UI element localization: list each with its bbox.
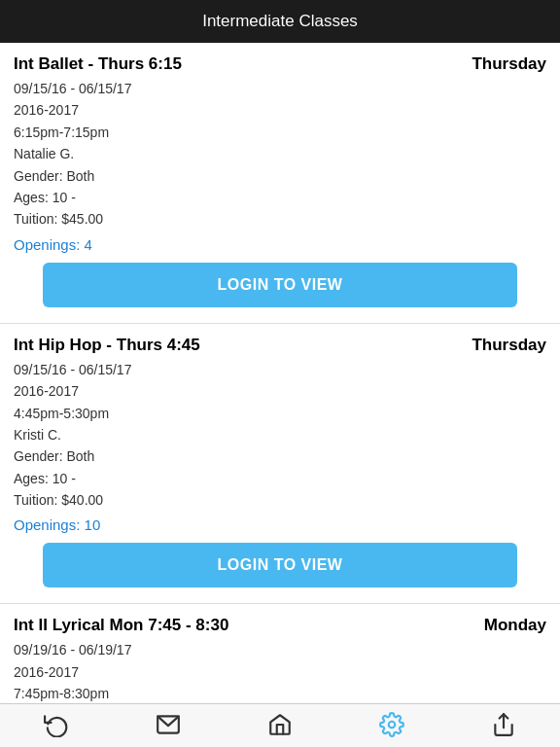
login-button-2[interactable]: LOGIN TO VIEW bbox=[43, 543, 517, 587]
class-info-1: 09/15/16 - 06/15/17 2016-2017 6:15pm-7:1… bbox=[14, 78, 546, 231]
mail-icon bbox=[156, 712, 181, 737]
class-tuition-1: Tuition: $45.00 bbox=[14, 208, 546, 230]
class-date-range-3: 09/19/16 - 06/19/17 bbox=[14, 639, 546, 660]
class-tuition-2: Tuition: $40.00 bbox=[14, 489, 546, 511]
class-title-2: Int Hip Hop - Thurs 4:45 bbox=[14, 336, 200, 355]
gear-icon bbox=[379, 712, 404, 737]
class-date-range-2: 09/15/16 - 06/15/17 bbox=[14, 359, 546, 380]
class-ages-1: Ages: 10 - bbox=[14, 187, 546, 208]
class-instructor-2: Kristi C. bbox=[14, 424, 546, 445]
class-card-2: Int Hip Hop - Thurs 4:45 Thursday 09/15/… bbox=[0, 324, 560, 605]
class-gender-2: Gender: Both bbox=[14, 445, 546, 467]
tab-bar bbox=[0, 703, 560, 747]
class-day-3: Monday bbox=[484, 616, 546, 635]
class-title-1: Int Ballet - Thurs 6:15 bbox=[14, 54, 182, 74]
class-openings-1: Openings: 4 bbox=[14, 236, 546, 253]
class-time-2: 4:45pm-5:30pm bbox=[14, 403, 546, 424]
class-ages-2: Ages: 10 - bbox=[14, 468, 546, 489]
content-scroll: Int Ballet - Thurs 6:15 Thursday 09/15/1… bbox=[0, 43, 560, 703]
class-year-1: 2016-2017 bbox=[14, 99, 546, 121]
class-year-2: 2016-2017 bbox=[14, 380, 546, 402]
class-header-3: Int II Lyrical Mon 7:45 - 8:30 Monday bbox=[14, 616, 546, 635]
class-info-3: 09/19/16 - 06/19/17 2016-2017 7:45pm-8:3… bbox=[14, 639, 546, 703]
class-header-1: Int Ballet - Thurs 6:15 Thursday bbox=[14, 54, 546, 74]
class-time-1: 6:15pm-7:15pm bbox=[14, 122, 546, 143]
share-icon bbox=[491, 712, 516, 737]
class-year-3: 2016-2017 bbox=[14, 661, 546, 683]
class-day-1: Thursday bbox=[472, 54, 546, 74]
home-icon bbox=[267, 712, 293, 737]
back-icon bbox=[44, 712, 69, 737]
class-card-1: Int Ballet - Thurs 6:15 Thursday 09/15/1… bbox=[0, 43, 560, 324]
tab-back[interactable] bbox=[27, 712, 86, 737]
tab-mail[interactable] bbox=[139, 712, 197, 737]
class-info-2: 09/15/16 - 06/15/17 2016-2017 4:45pm-5:3… bbox=[14, 359, 546, 512]
class-gender-1: Gender: Both bbox=[14, 165, 546, 187]
class-title-3: Int II Lyrical Mon 7:45 - 8:30 bbox=[14, 616, 228, 635]
class-openings-2: Openings: 10 bbox=[14, 516, 546, 533]
app-header: Intermediate Classes bbox=[0, 0, 560, 43]
tab-home[interactable] bbox=[251, 712, 309, 737]
svg-point-1 bbox=[389, 722, 396, 729]
tab-settings[interactable] bbox=[363, 712, 421, 737]
class-card-3: Int II Lyrical Mon 7:45 - 8:30 Monday 09… bbox=[0, 604, 560, 703]
class-header-2: Int Hip Hop - Thurs 4:45 Thursday bbox=[14, 336, 546, 355]
class-day-2: Thursday bbox=[472, 336, 546, 355]
tab-share[interactable] bbox=[474, 712, 533, 737]
header-title: Intermediate Classes bbox=[202, 12, 358, 30]
class-date-range-1: 09/15/16 - 06/15/17 bbox=[14, 78, 546, 99]
class-time-3: 7:45pm-8:30pm bbox=[14, 683, 546, 703]
class-instructor-1: Natalie G. bbox=[14, 143, 546, 164]
login-button-1[interactable]: LOGIN TO VIEW bbox=[43, 263, 517, 307]
